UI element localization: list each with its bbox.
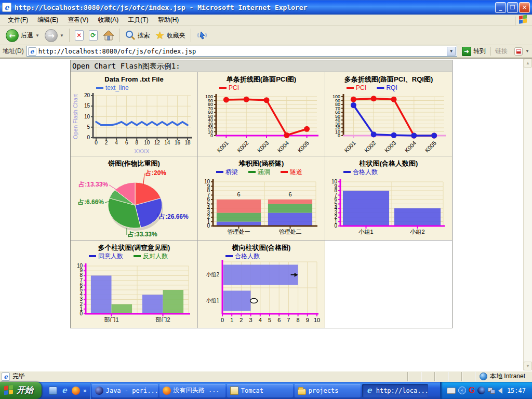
menu-bar: 文件(F) 编辑(E) 查看(V) 收藏(A) 工具(T) 帮助(H) xyxy=(0,15,532,26)
forward-dropdown-icon[interactable]: ▼ xyxy=(60,33,64,38)
restore-button[interactable]: ❐ xyxy=(507,2,518,13)
svg-text:6: 6 xyxy=(288,191,291,197)
forward-button[interactable]: → ▼ xyxy=(42,28,66,43)
address-url: http://localhost:8080/ofc/js/ofc/index.j… xyxy=(38,48,445,55)
menu-favorites[interactable]: 收藏(A) xyxy=(93,15,123,25)
svg-text:占:33.33%: 占:33.33% xyxy=(128,231,157,238)
svg-text:K005: K005 xyxy=(423,140,437,154)
links-dropdown-icon[interactable]: ▼ xyxy=(525,49,529,54)
taskbar-button-label: http://loca... xyxy=(376,387,428,394)
address-input[interactable]: e http://localhost:8080/ofc/js/ofc/index… xyxy=(26,46,457,57)
svg-text:管理处二: 管理处二 xyxy=(279,229,302,235)
vertical-scrollbar[interactable]: ▲ ▼ xyxy=(523,59,532,370)
menu-file[interactable]: 文件(F) xyxy=(3,15,33,25)
svg-text:K001: K001 xyxy=(216,140,230,154)
start-button[interactable]: 开始 xyxy=(0,382,42,399)
network-icon[interactable] xyxy=(488,388,496,394)
firefox-icon[interactable] xyxy=(72,387,80,395)
svg-text:K004: K004 xyxy=(404,140,418,154)
page-title: Open Chart Flash图表示例1: xyxy=(70,60,453,72)
chart-cell-pci-rqi-line: 多条折线图(路面PCI、RQI图)PCIRQI01020304050607080… xyxy=(325,72,452,156)
keyboard-icon[interactable] xyxy=(447,388,456,394)
favorites-button[interactable]: ★ 收藏夹 xyxy=(153,28,188,43)
menu-edit[interactable]: 编辑(E) xyxy=(33,15,63,25)
svg-text:4: 4 xyxy=(115,140,118,145)
ie-icon[interactable]: e xyxy=(60,387,69,395)
home-icon xyxy=(103,30,114,41)
back-button[interactable]: ← 后退 ▼ xyxy=(3,28,42,43)
svg-text:20: 20 xyxy=(84,92,90,98)
scroll-up-icon[interactable]: ▲ xyxy=(524,59,532,68)
taskbar: 开始 e » Java - peri...没有回头路 ...Tomcatproj… xyxy=(0,382,532,399)
search-icon xyxy=(125,30,136,41)
svg-text:0: 0 xyxy=(221,317,224,323)
svg-text:占:20%: 占:20% xyxy=(145,169,166,177)
svg-text:部门1: 部门1 xyxy=(104,316,118,323)
menu-help[interactable]: 帮助(H) xyxy=(153,15,184,25)
pointer-tool-button[interactable] xyxy=(194,29,210,42)
svg-text:PCI: PCI xyxy=(356,84,366,91)
quick-launch-overflow-icon[interactable]: » xyxy=(83,387,87,394)
taskbar-button-label: Java - peri... xyxy=(106,387,158,394)
search-button[interactable]: 搜索 xyxy=(123,29,153,42)
collapse-tray-icon[interactable]: ‹ xyxy=(458,387,466,394)
svg-text:14: 14 xyxy=(164,140,170,145)
svg-text:100: 100 xyxy=(332,94,340,99)
scroll-down-icon[interactable]: ▼ xyxy=(524,362,532,370)
close-button[interactable]: ✕ xyxy=(519,2,530,13)
svg-text:10: 10 xyxy=(77,263,83,269)
blue-orb-tray-icon[interactable] xyxy=(477,387,485,394)
favorites-label: 收藏夹 xyxy=(167,31,185,40)
svg-text:多条折线图(路面PCI、RQI图): 多条折线图(路面PCI、RQI图) xyxy=(344,75,433,83)
links-button[interactable]: 链接 xyxy=(490,47,512,56)
svg-text:饼图(作物比重图): 饼图(作物比重图) xyxy=(108,159,160,167)
taskbar-button[interactable]: ehttp://loca... xyxy=(362,384,428,397)
taskbar-button-label: Tomcat xyxy=(241,387,263,394)
svg-text:10: 10 xyxy=(314,317,320,323)
menu-tools[interactable]: 工具(T) xyxy=(123,15,153,25)
svg-text:K005: K005 xyxy=(296,140,310,154)
svg-text:2: 2 xyxy=(105,140,108,145)
menu-view[interactable]: 查看(V) xyxy=(63,15,93,25)
pie-chart-crops: 饼图(作物比重图)占:20%占:26.66%占:33.33%占:6.66%占:1… xyxy=(71,157,197,240)
go-icon: ➜ xyxy=(462,47,471,56)
system-tray: ‹ G 15:47 xyxy=(440,382,532,399)
svg-text:10: 10 xyxy=(204,179,210,184)
browser-content: Open Chart Flash图表示例1: Data From .txt Fi… xyxy=(0,58,532,370)
stop-button[interactable]: ✕ xyxy=(72,29,86,42)
svg-text:隧道: 隧道 xyxy=(290,168,302,176)
svg-text:占:13.33%: 占:13.33% xyxy=(78,181,108,188)
svg-text:2: 2 xyxy=(240,317,243,323)
taskbar-button[interactable]: Tomcat xyxy=(227,384,293,397)
taskbar-button[interactable]: Java - peri... xyxy=(92,384,158,397)
red-g-tray-icon[interactable]: G xyxy=(469,387,475,394)
home-button[interactable] xyxy=(100,29,117,42)
svg-text:10: 10 xyxy=(331,179,338,184)
taskbar-button[interactable]: projects xyxy=(295,384,361,397)
taskbar-button-label: 没有回头路 ... xyxy=(174,386,220,395)
svg-text:16: 16 xyxy=(175,140,181,145)
svg-text:5: 5 xyxy=(268,317,271,323)
svg-text:Open Flash Chart: Open Flash Chart xyxy=(72,94,78,139)
show-desktop-icon[interactable] xyxy=(49,387,57,395)
go-button[interactable]: ➜ 转到 xyxy=(460,46,488,57)
refresh-button[interactable]: ⟳ xyxy=(86,29,100,42)
windows-logo-icon xyxy=(515,15,528,25)
svg-text:小组2: 小组2 xyxy=(206,272,219,277)
svg-text:100: 100 xyxy=(205,94,213,99)
volume-icon[interactable] xyxy=(498,388,502,394)
svg-text:同意人数: 同意人数 xyxy=(98,252,123,260)
acrobat-icon[interactable]: ⬓ xyxy=(514,47,523,56)
taskbar-button[interactable]: 没有回头路 ... xyxy=(159,384,225,397)
minimize-button[interactable]: _ xyxy=(495,2,506,13)
svg-text:部门2: 部门2 xyxy=(155,316,170,323)
back-dropdown-icon[interactable]: ▼ xyxy=(35,33,39,38)
back-label: 后退 xyxy=(21,31,33,40)
svg-text:8: 8 xyxy=(297,317,300,323)
svg-text:K004: K004 xyxy=(276,140,290,154)
svg-text:15: 15 xyxy=(84,103,90,109)
address-dropdown-icon[interactable]: ▼ xyxy=(447,47,456,56)
start-label: 开始 xyxy=(17,385,33,396)
folder-icon xyxy=(298,389,306,395)
svg-text:堆积图(涵桥隧): 堆积图(涵桥隧) xyxy=(238,159,284,167)
